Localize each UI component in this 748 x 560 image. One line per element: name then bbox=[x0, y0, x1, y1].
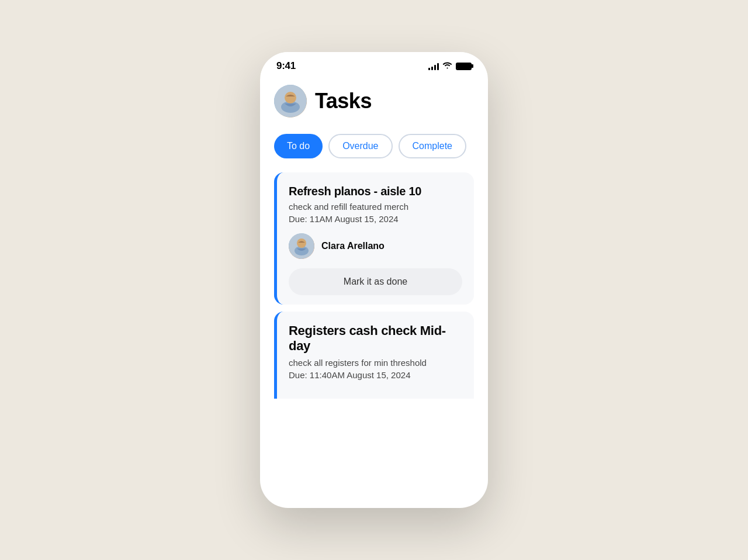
task-assignee: Clara Arellano bbox=[289, 233, 462, 259]
task-title-2: Registers cash check Mid-day bbox=[289, 323, 462, 354]
battery-icon bbox=[456, 63, 472, 70]
signal-icon bbox=[428, 62, 439, 70]
svg-point-2 bbox=[285, 92, 296, 103]
task-due-2: Due: 11:40AM August 15, 2024 bbox=[289, 370, 462, 380]
task-description: check and refill featured merch bbox=[289, 202, 462, 212]
task-title: Refresh planos - aisle 10 bbox=[289, 184, 462, 198]
assignee-avatar bbox=[289, 233, 314, 259]
task-list: Refresh planos - aisle 10 check and refi… bbox=[274, 172, 474, 399]
app-content: Tasks To do Overdue Complete Refresh pla… bbox=[260, 75, 488, 508]
page-title: Tasks bbox=[315, 89, 372, 113]
mark-done-button[interactable]: Mark it as done bbox=[289, 268, 462, 295]
user-avatar[interactable] bbox=[274, 85, 307, 117]
wifi-icon bbox=[442, 61, 452, 71]
task-card-partial: Registers cash check Mid-day check all r… bbox=[274, 312, 474, 399]
tab-filters: To do Overdue Complete bbox=[274, 134, 474, 158]
tab-complete[interactable]: Complete bbox=[399, 134, 466, 158]
tab-overdue[interactable]: Overdue bbox=[328, 134, 392, 158]
status-bar: 9:41 bbox=[260, 52, 488, 75]
app-header: Tasks bbox=[274, 85, 474, 117]
status-time: 9:41 bbox=[276, 60, 296, 72]
status-icons bbox=[428, 61, 472, 71]
phone-frame: 9:41 bbox=[260, 52, 488, 508]
task-due: Due: 11AM August 15, 2024 bbox=[289, 214, 462, 224]
task-card: Refresh planos - aisle 10 check and refi… bbox=[274, 172, 474, 305]
task-description-2: check all registers for min threshold bbox=[289, 358, 462, 368]
assignee-name: Clara Arellano bbox=[321, 241, 385, 251]
svg-point-5 bbox=[297, 238, 306, 248]
tab-todo[interactable]: To do bbox=[274, 134, 323, 158]
